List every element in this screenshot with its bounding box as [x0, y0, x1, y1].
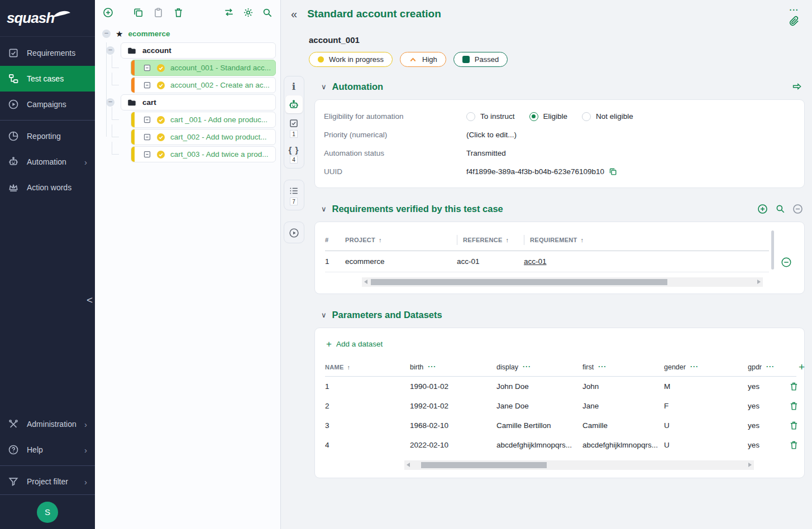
param-menu-icon[interactable]: ··· [766, 365, 775, 369]
priority-value[interactable]: (Click to edit...) [466, 131, 795, 139]
column-project[interactable]: PROJECT ↑ [345, 237, 457, 243]
vertical-scrollbar[interactable] [771, 230, 774, 270]
tab-parameters[interactable]: { } 4 [285, 142, 303, 166]
param-menu-icon[interactable]: ··· [428, 365, 436, 369]
scrollbar-thumb[interactable] [371, 279, 667, 285]
radio-eligible[interactable]: Eligible [529, 112, 568, 121]
column-param-first[interactable]: first ··· [582, 363, 664, 371]
tab-steps-count-badge: 1 [290, 130, 298, 138]
sidebar-item-administration[interactable]: Administration › [0, 411, 95, 437]
sidebar-item-campaigns[interactable]: Campaigns [0, 92, 95, 117]
tab-steps[interactable]: 1 [285, 114, 303, 141]
column-param-gpdr[interactable]: gpdr ··· [748, 363, 782, 371]
collapse-square-icon[interactable] [143, 64, 151, 72]
back-icon[interactable]: « [291, 8, 297, 20]
detail-sections: ∨ Automation Eligibility for automation [307, 76, 812, 529]
sidebar-item-reporting[interactable]: Reporting [0, 123, 95, 149]
column-reference[interactable]: REFERENCE ↑ [457, 235, 524, 245]
sidebar-item-automation[interactable]: Automation › [0, 149, 95, 175]
tab-executions-list[interactable]: 7 [285, 182, 303, 208]
param-menu-icon[interactable]: ··· [523, 365, 531, 369]
page-header: « Standard account creation ··· [281, 0, 812, 27]
chevron-down-icon[interactable]: ∨ [321, 205, 327, 213]
unlink-row-icon[interactable] [781, 257, 792, 268]
sidebar-item-test-cases[interactable]: Test cases [0, 66, 95, 92]
delete-dataset-icon[interactable] [789, 421, 799, 430]
link-requirement-icon[interactable] [757, 204, 768, 214]
tree-item-cart-002[interactable]: cart_002 - Add two product... [131, 129, 276, 145]
collapse-square-icon[interactable] [143, 133, 151, 141]
status-chip[interactable]: Work in progress [309, 52, 393, 67]
column-requirement[interactable]: REQUIREMENT ↑ [524, 235, 769, 245]
sidebar-item-help[interactable]: Help › [0, 437, 95, 463]
add-dataset-button[interactable]: + Add a dataset [326, 339, 796, 349]
dataset-row[interactable]: 3 1968-02-10 Camille Bertillon Camille U… [325, 416, 796, 435]
collapse-square-icon[interactable] [143, 116, 151, 124]
add-parameter-icon[interactable]: + [782, 362, 805, 372]
scroll-left-arrow[interactable] [364, 280, 367, 284]
tree-item-cart-003[interactable]: cart_003 - Add twice a prod... [131, 146, 276, 162]
sidebar-item-requirements[interactable]: Requirements [0, 40, 95, 66]
column-param-birth[interactable]: birth ··· [410, 363, 496, 371]
copy-uuid-icon[interactable] [609, 167, 617, 176]
gear-icon[interactable] [243, 7, 254, 18]
search-icon[interactable] [262, 7, 273, 18]
dataset-row[interactable]: 2 1992-01-02 Jane Doe Jane F yes [325, 396, 796, 416]
scroll-right-arrow[interactable] [748, 463, 752, 467]
dataset-row[interactable]: 4 2022-02-10 abcdefghijklmnopqrs... abcd… [325, 435, 796, 455]
delete-dataset-icon[interactable] [789, 382, 799, 391]
requirement-row[interactable]: 1 ecommerce acc-01 acc-01 [325, 251, 769, 272]
column-name[interactable]: NAME ↑ [325, 364, 410, 371]
more-menu-icon[interactable]: ··· [790, 8, 799, 12]
delete-dataset-icon[interactable] [789, 440, 799, 450]
search-requirement-icon[interactable] [775, 204, 785, 214]
column-param-gender[interactable]: gender ··· [664, 363, 748, 371]
chevron-down-icon[interactable]: ∨ [321, 311, 327, 319]
param-menu-icon[interactable]: ··· [690, 365, 699, 369]
collapse-square-icon[interactable] [143, 81, 151, 89]
importance-chip[interactable]: High [400, 52, 446, 67]
swap-sort-icon[interactable] [223, 7, 235, 18]
scroll-right-arrow[interactable] [757, 280, 761, 284]
copy-icon[interactable] [133, 7, 144, 18]
collapse-node-icon[interactable]: − [106, 46, 114, 55]
tree-folder-cart[interactable]: − cart [121, 94, 276, 110]
collapse-node-icon[interactable]: − [102, 30, 111, 38]
sidebar-divider [0, 465, 95, 466]
tree-item-account-002[interactable]: account_002 - Create an ac... [131, 77, 276, 93]
execution-status-chip[interactable]: Passed [453, 52, 508, 67]
tree-item-cart-001[interactable]: cart _001 - Add one produc... [131, 112, 276, 128]
sidebar-collapse-icon[interactable]: < [87, 295, 93, 305]
delete-dataset-icon[interactable] [789, 401, 799, 411]
unlink-requirement-icon[interactable] [792, 204, 803, 214]
requirement-link[interactable]: acc-01 [524, 257, 547, 266]
paste-icon[interactable] [153, 7, 164, 18]
tree-item-account-001[interactable]: account_001 - Standard acc... [131, 60, 276, 76]
radio-to-instruct[interactable]: To instruct [466, 112, 515, 121]
tree-project-row[interactable]: − ★ ecommerce [98, 26, 276, 41]
radio-not-eligible[interactable]: Not eligible [582, 112, 633, 121]
sidebar-item-project-filter[interactable]: Project filter › [0, 469, 95, 494]
go-to-automation-icon[interactable] [791, 81, 803, 92]
tab-automation[interactable] [285, 95, 303, 113]
collapse-square-icon[interactable] [143, 150, 151, 158]
param-menu-icon[interactable]: ··· [598, 365, 606, 369]
sidebar-item-action-words[interactable]: Action words [0, 175, 95, 200]
chevron-down-icon[interactable]: ∨ [321, 83, 327, 90]
create-icon[interactable] [103, 7, 113, 18]
collapse-node-icon[interactable]: − [106, 98, 114, 107]
detail-tab-strip: i 1 { } 4 [281, 76, 307, 529]
delete-icon[interactable] [173, 7, 184, 18]
horizontal-scrollbar[interactable] [404, 460, 754, 470]
tab-executions[interactable] [285, 224, 303, 241]
horizontal-scrollbar[interactable] [362, 277, 763, 287]
paperclip-icon[interactable] [789, 15, 800, 27]
scroll-left-arrow[interactable] [407, 463, 410, 467]
favorite-star-icon[interactable]: ★ [116, 30, 123, 38]
tab-information[interactable]: i [285, 78, 303, 94]
tree-folder-account[interactable]: − account [121, 42, 276, 59]
column-param-display[interactable]: display ··· [496, 363, 582, 371]
scrollbar-thumb[interactable] [421, 462, 547, 468]
user-avatar[interactable]: S [37, 502, 58, 523]
dataset-row[interactable]: 1 1990-01-02 John Doe John M yes [325, 377, 796, 396]
